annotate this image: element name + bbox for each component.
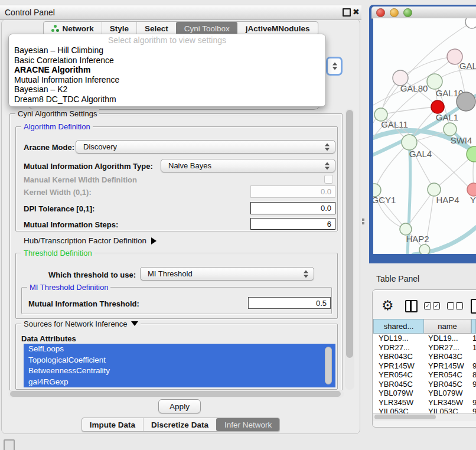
table-cell: 8. xyxy=(471,370,476,379)
tab-network-label: Network xyxy=(62,24,93,33)
settings-horizontal-scrollbar-thumb[interactable] xyxy=(10,391,341,397)
table-cell: YLR345W xyxy=(424,398,471,407)
attribute-item-topologicalcoefficient[interactable]: TopologicalCoefficient xyxy=(24,355,335,366)
attribute-item-betweennesscentrality[interactable]: BetweennessCentrality xyxy=(24,366,335,377)
network-node-hap4[interactable] xyxy=(428,183,441,196)
network-node[interactable] xyxy=(457,92,475,111)
algorithm-option-bayesian-k2[interactable]: Bayesian – K2 xyxy=(9,84,325,94)
bottom-tab-discretize-data[interactable]: Discretize Data xyxy=(143,418,216,431)
tab-network[interactable]: Network xyxy=(44,22,101,35)
kernel-width-field[interactable]: 0.0 xyxy=(250,185,335,198)
table-row[interactable]: YBR043CYBR043C xyxy=(373,352,476,361)
mi-steps-field[interactable]: 6 xyxy=(250,218,335,230)
attribute-list-scrollbar[interactable] xyxy=(325,347,332,384)
control-panel-title: Control Panel xyxy=(5,8,55,17)
table-row[interactable]: YBL079WYBL079W xyxy=(373,389,476,398)
threshold-definition-title: Threshold Definition xyxy=(21,249,94,257)
minimized-panel-icon[interactable] xyxy=(4,439,15,450)
network-node-gal1[interactable] xyxy=(431,100,444,113)
network-window-titlebar[interactable] xyxy=(371,6,476,19)
tab-select[interactable]: Select xyxy=(136,22,176,35)
float-window-icon[interactable] xyxy=(343,8,351,17)
tab-cyni-toolbox[interactable]: Cyni Toolbox xyxy=(176,22,237,35)
network-node-hap2[interactable] xyxy=(400,223,412,235)
table-row[interactable]: YBR045CYBR045C9. xyxy=(373,380,476,389)
column-header-name[interactable]: name xyxy=(424,319,471,334)
export-table-icon[interactable] xyxy=(471,299,476,314)
minimize-traffic-light-icon[interactable] xyxy=(390,8,399,17)
column-header-shared[interactable]: shared... xyxy=(373,319,424,334)
network-canvas[interactable]: GAL7GAL80GAL10GAL1GAL11SWI4GAL4HAP4YGCY1… xyxy=(373,18,476,254)
manual-kernel-checkbox[interactable] xyxy=(324,175,333,184)
network-node-y[interactable] xyxy=(467,183,476,196)
settings-vertical-scrollbar-thumb[interactable] xyxy=(346,110,353,358)
bottom-tab-impute-data[interactable]: Impute Data xyxy=(82,418,143,431)
tab-select-label: Select xyxy=(145,24,168,33)
network-node-swi4[interactable] xyxy=(444,123,457,136)
table-cell: YPR145W xyxy=(424,361,471,370)
which-threshold-value: MI Threshold xyxy=(148,269,193,278)
tab-style-label: Style xyxy=(110,24,129,33)
table-row[interactable]: YPR145WYPR145W9. xyxy=(373,361,476,371)
mi-threshold-field[interactable]: 0.5 xyxy=(248,297,331,309)
algorithm-option-dream8-dc-tdc-algorithm[interactable]: Dream8 DC_TDC Algorithm xyxy=(9,94,325,105)
zoom-traffic-light-icon[interactable] xyxy=(403,8,412,17)
gear-icon[interactable]: ⚙ xyxy=(382,298,394,313)
sources-title-label: Sources for Network Inference xyxy=(24,319,128,328)
sources-title[interactable]: Sources for Network Inference xyxy=(21,319,141,328)
attribute-item-selfloops[interactable]: SelfLoops xyxy=(24,344,335,355)
hub-definition-expander[interactable]: Hub/Transcription Factor Definition xyxy=(24,236,157,245)
focused-combo-end[interactable] xyxy=(326,57,343,76)
algorithm-option-aracne-algorithm[interactable]: ARACNE Algorithm xyxy=(9,65,325,75)
node-label-gcy1: GCY1 xyxy=(373,195,396,205)
table-row[interactable]: YDL19...YDL19...13 xyxy=(373,334,476,343)
table-row[interactable]: YDR27...YDR27...12 xyxy=(373,343,476,353)
table-cell: YER054C xyxy=(424,370,471,379)
bottom-tab-infer-network[interactable]: Infer Network xyxy=(216,418,279,431)
table-panel-title: Table Panel xyxy=(376,274,419,283)
node-label-swi4: SWI4 xyxy=(451,135,472,145)
algorithm-option-basic-correlation-inference[interactable]: Basic Correlation Inference xyxy=(9,56,325,66)
which-threshold-combo[interactable]: MI Threshold xyxy=(140,267,314,281)
column-header-3[interactable] xyxy=(471,319,476,334)
network-node[interactable] xyxy=(419,244,430,254)
bottom-tabbar: Impute DataDiscretize DataInfer Network xyxy=(0,418,361,432)
panel-splitter-grip[interactable] xyxy=(362,219,364,221)
apply-button[interactable]: Apply xyxy=(158,399,201,413)
table-cell: YBL079W xyxy=(373,389,424,397)
table-cell: 9. xyxy=(471,398,476,407)
select-all-columns-icon[interactable]: ✓✓ xyxy=(424,302,440,309)
tab-style[interactable]: Style xyxy=(102,22,136,35)
attribute-item-gal4rgexp[interactable]: gal4RGexp xyxy=(24,377,335,388)
dpi-tolerance-field[interactable]: 0.0 xyxy=(250,202,335,214)
table-cell: YBR045C xyxy=(424,380,471,389)
deselect-all-columns-icon[interactable] xyxy=(447,302,463,309)
mi-type-combo[interactable]: Naive Bayes xyxy=(161,159,335,172)
network-node-gal4[interactable] xyxy=(402,135,417,150)
close-traffic-light-icon[interactable] xyxy=(376,8,385,17)
table-cell: YDR27... xyxy=(373,343,424,352)
data-attributes-list[interactable]: SelfLoopsTopologicalCoefficientBetweenne… xyxy=(24,344,335,387)
table-row[interactable]: YLR345WYLR345W9. xyxy=(373,398,476,407)
network-node-gal10[interactable] xyxy=(427,74,442,89)
node-label-gal11: GAL11 xyxy=(381,119,408,129)
bottom-tab-infer-network-label: Infer Network xyxy=(224,420,272,429)
hub-definition-label: Hub/Transcription Factor Definition xyxy=(24,236,146,245)
close-icon[interactable]: ✖ xyxy=(353,6,360,17)
mi-steps-label: Mutual Information Steps: xyxy=(24,220,118,229)
control-panel-titlebar: Control Panel xyxy=(0,5,361,20)
expand-right-icon xyxy=(151,237,157,244)
algorithm-option-bayesian-hill-climbing[interactable]: Bayesian – Hill Climbing xyxy=(9,45,325,56)
combo-stepper-icon xyxy=(325,143,330,151)
network-node[interactable] xyxy=(465,18,476,28)
node-label-gal1: GAL1 xyxy=(436,112,458,122)
column-browser-icon[interactable] xyxy=(405,300,418,312)
algorithm-option-mutual-information-inference[interactable]: Mutual Information Inference xyxy=(9,75,325,85)
combo-stepper-icon xyxy=(332,63,338,70)
tab-jactivemnodules-label: jActiveMNodules xyxy=(246,24,310,33)
table-row[interactable]: YER054CYER054C8. xyxy=(373,370,476,380)
tab-jactivemnodules[interactable]: jActiveMNodules xyxy=(237,22,318,35)
table-horizontal-scrollbar-thumb[interactable] xyxy=(374,415,436,419)
mi-type-label: Mutual Information Algorithm Type: xyxy=(24,162,153,171)
aracne-mode-combo[interactable]: Discovery xyxy=(76,140,335,154)
